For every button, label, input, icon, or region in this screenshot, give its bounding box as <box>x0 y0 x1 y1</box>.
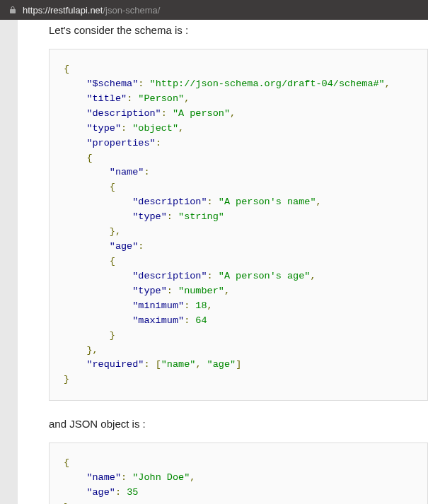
schema-intro-text: Let's consider the schema is : <box>49 24 428 36</box>
json-code-block: { "name": "John Doe", "age": 35 } <box>49 443 428 504</box>
schema-age-type: number <box>184 286 219 296</box>
json-age: 35 <box>127 487 138 498</box>
schema-type: object <box>138 123 173 134</box>
schema-schema: http://json-schema.org/draft-04/schema# <box>156 78 379 89</box>
json-name: John Doe <box>138 472 184 483</box>
schema-code-block: { "$schema": "http://json-schema.org/dra… <box>49 49 428 401</box>
page-background: Let's consider the schema is : { "$schem… <box>0 20 428 504</box>
schema-name-type: string <box>184 211 219 222</box>
schema-required-1: age <box>213 359 230 370</box>
schema-age-description: A person's age <box>224 271 304 281</box>
content-area: Let's consider the schema is : { "$schem… <box>18 20 428 504</box>
url-protocol: https:// <box>23 5 50 16</box>
schema-description: A person <box>178 108 224 119</box>
schema-title: Person <box>144 93 178 104</box>
schema-age-maximum: 64 <box>195 315 207 326</box>
schema-age-minimum: 18 <box>195 300 207 311</box>
schema-name-description: A person's name <box>224 197 311 207</box>
url-path: /json-schema/ <box>103 5 160 16</box>
schema-required-0: name <box>167 359 190 370</box>
lock-icon <box>8 6 17 14</box>
url-domain: restfulapi.net <box>50 5 103 16</box>
json-intro-text: and JSON object is : <box>49 418 428 430</box>
addressbar[interactable]: https://restfulapi.net/json-schema/ <box>0 0 428 20</box>
